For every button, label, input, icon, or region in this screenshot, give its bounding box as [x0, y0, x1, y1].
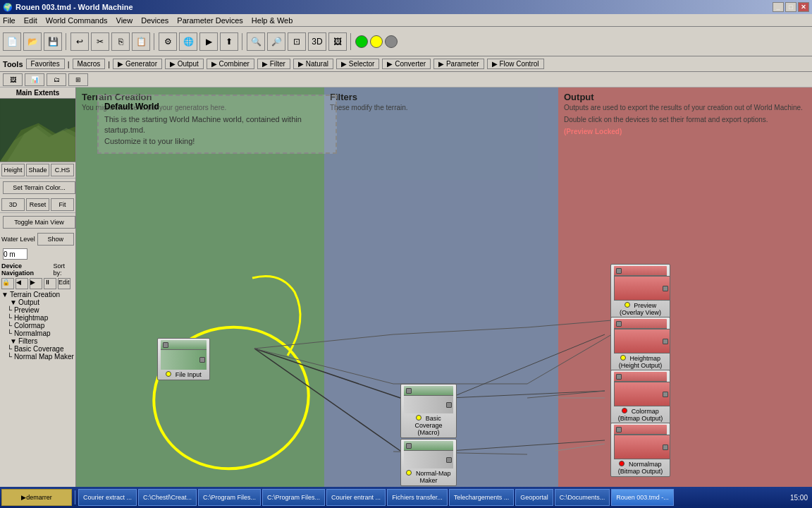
canvas-area[interactable]: Default World This is the starting World…: [76, 87, 812, 492]
taskbar-app-1[interactable]: C:\Chestl\Creat...: [138, 489, 197, 506]
taskbar-app-4[interactable]: Courier entrant ...: [326, 489, 386, 506]
clhs-btn[interactable]: C.HS: [51, 164, 74, 176]
water-value-input[interactable]: [3, 248, 27, 260]
menu-help[interactable]: Help & Web: [252, 16, 293, 25]
node-file-input-label: File Input: [161, 371, 207, 378]
tb-build[interactable]: ▶: [199, 32, 218, 51]
taskbar-app-7[interactable]: Geoportal: [515, 489, 553, 506]
tab-selector[interactable]: ▶ Selector: [336, 59, 379, 69]
tb-render[interactable]: 🖼: [328, 32, 347, 51]
taskbar-app-6[interactable]: Telechargements ...: [449, 489, 515, 506]
tb-zoom-out[interactable]: 🔎: [267, 32, 285, 51]
fit-btn[interactable]: Fit: [51, 198, 74, 211]
node-cm-indicator: [622, 408, 627, 413]
tree-filters-folder[interactable]: ▼Filters: [1, 337, 74, 345]
tb-world[interactable]: 🌐: [179, 32, 197, 51]
node-heightmap-label: Heightmap (Height Output): [614, 355, 667, 369]
tab-combiner[interactable]: ▶ Combiner: [207, 59, 254, 69]
taskbar-app-5[interactable]: Fichiers transfer...: [387, 489, 448, 506]
taskbar-time: 15:00: [790, 494, 811, 502]
tab-natural[interactable]: ▶ Natural: [293, 59, 333, 69]
tab-filter[interactable]: ▶ Filter: [257, 59, 290, 69]
node-colormap[interactable]: Colormap (Bitmap Output): [610, 370, 670, 424]
taskbar-app-3[interactable]: C:\Program Files...: [262, 489, 325, 506]
tb-copy[interactable]: ⎘: [111, 32, 130, 51]
view-btn-4[interactable]: ⊞: [68, 73, 88, 86]
node-preview[interactable]: Preview (Overlay View): [610, 264, 670, 318]
menu-devices[interactable]: Devices: [141, 16, 168, 25]
maximize-button[interactable]: □: [785, 2, 796, 12]
edit-btn[interactable]: Edit: [58, 278, 70, 289]
height-btn[interactable]: Height: [1, 164, 25, 176]
tree-basic-coverage[interactable]: └ Basic Coverage: [1, 345, 74, 353]
node-nmm-indicator: [406, 470, 412, 476]
taskbar-app-0[interactable]: Courier extract ...: [78, 489, 137, 506]
toggle-main-view-btn[interactable]: Toggle Main View: [3, 216, 75, 229]
tree-colormap[interactable]: └ Colormap: [1, 322, 74, 329]
preview-label: Main Extents: [0, 87, 75, 99]
tb-new[interactable]: 📄: [3, 32, 21, 51]
tb-cut[interactable]: ✂: [91, 32, 109, 51]
tb-undo[interactable]: ↩: [70, 32, 89, 51]
nav-btn-2[interactable]: ▶: [30, 278, 42, 289]
view-btn-1[interactable]: 🖼: [3, 73, 23, 86]
view-btn-2[interactable]: 📊: [25, 73, 44, 86]
menu-parameter-devices[interactable]: Parameter Devices: [177, 16, 243, 25]
node-nm-out-label: Normalmap (Bitmap Output): [614, 461, 667, 475]
tree-preview[interactable]: └ Preview: [1, 306, 74, 314]
start-button[interactable]: ▶ demarrer: [1, 489, 72, 506]
nav-btn-3[interactable]: ⏸: [44, 278, 56, 289]
node-file-input[interactable]: File Input: [157, 338, 210, 380]
device-navigation: Device Navigation Sort by: 🔒 ◀ ▶ ⏸ Edit …: [0, 261, 75, 492]
taskbar-app-2[interactable]: C:\Program Files...: [198, 489, 261, 506]
tb-export[interactable]: ⬆: [220, 32, 238, 51]
tab-favorites[interactable]: Favorites: [26, 59, 65, 69]
info-box-line1: This is the starting World Machine world…: [104, 114, 330, 136]
tree-normalmap[interactable]: └ Normalmap: [1, 329, 74, 337]
tab-macros[interactable]: Macros: [73, 59, 106, 69]
taskbar-app-9[interactable]: Rouen 003.tmd -...: [611, 489, 674, 506]
menu-edit[interactable]: Edit: [24, 16, 37, 25]
tab-converter[interactable]: ▶ Converter: [382, 59, 431, 69]
node-nmm-body: [404, 451, 453, 468]
nav-btn-1[interactable]: ◀: [16, 278, 28, 289]
node-normalmap-out[interactable]: Normalmap (Bitmap Output): [610, 423, 670, 477]
node-normal-map-maker[interactable]: Normal-Map Maker: [400, 439, 457, 486]
shade-btn[interactable]: Shade: [26, 164, 49, 176]
menu-view[interactable]: View: [116, 16, 133, 25]
3d-btn[interactable]: 3D: [1, 198, 25, 211]
set-terrain-color-btn[interactable]: Set Terrain Color...: [3, 181, 75, 194]
tb-paste[interactable]: 📋: [132, 32, 150, 51]
tree-terrain-creation[interactable]: ▼Terrain Creation: [1, 291, 74, 298]
tab-parameter[interactable]: ▶ Parameter: [433, 59, 484, 69]
tab-sep1: |: [68, 60, 70, 68]
reset-btn[interactable]: Reset: [26, 198, 49, 211]
taskbar-app-8[interactable]: C:\Documents...: [555, 489, 610, 506]
tree-heightmap[interactable]: └ Heightmap: [1, 314, 74, 322]
tools-label: Tools: [3, 60, 23, 68]
tab-output[interactable]: ▶ Output: [165, 59, 204, 69]
preview-area[interactable]: [0, 99, 75, 162]
view-btn-3[interactable]: 🗂: [47, 73, 66, 86]
node-hm-indicator: [620, 355, 626, 361]
node-heightmap[interactable]: Heightmap (Height Output): [610, 317, 670, 371]
menu-file[interactable]: File: [3, 16, 16, 25]
tree-output-folder[interactable]: ▼Output: [1, 298, 74, 306]
tb-save[interactable]: 💾: [44, 32, 62, 51]
tab-flow-control[interactable]: ▶ Flow Control: [487, 59, 544, 69]
node-bc-indicator: [416, 415, 422, 421]
tb-open[interactable]: 📂: [23, 32, 42, 51]
tb-zoom-fit[interactable]: ⊡: [288, 32, 306, 51]
menu-world-commands[interactable]: World Commands: [46, 16, 108, 25]
lock-preview-btn[interactable]: 🔒: [1, 278, 14, 289]
tb-settings[interactable]: ⚙: [159, 32, 177, 51]
tb-zoom-in[interactable]: 🔍: [247, 32, 265, 51]
node-basic-coverage[interactable]: Basic Coverage (Macro): [400, 384, 457, 438]
tb-3d[interactable]: 3D: [308, 32, 326, 51]
close-button[interactable]: ✕: [798, 2, 809, 12]
tree-normal-map-maker[interactable]: └ Normal Map Maker: [1, 353, 74, 361]
water-input-row: [0, 247, 75, 261]
water-show-btn[interactable]: Show: [37, 233, 74, 246]
tab-generator[interactable]: ▶ Generator: [113, 59, 162, 69]
minimize-button[interactable]: _: [773, 2, 784, 12]
